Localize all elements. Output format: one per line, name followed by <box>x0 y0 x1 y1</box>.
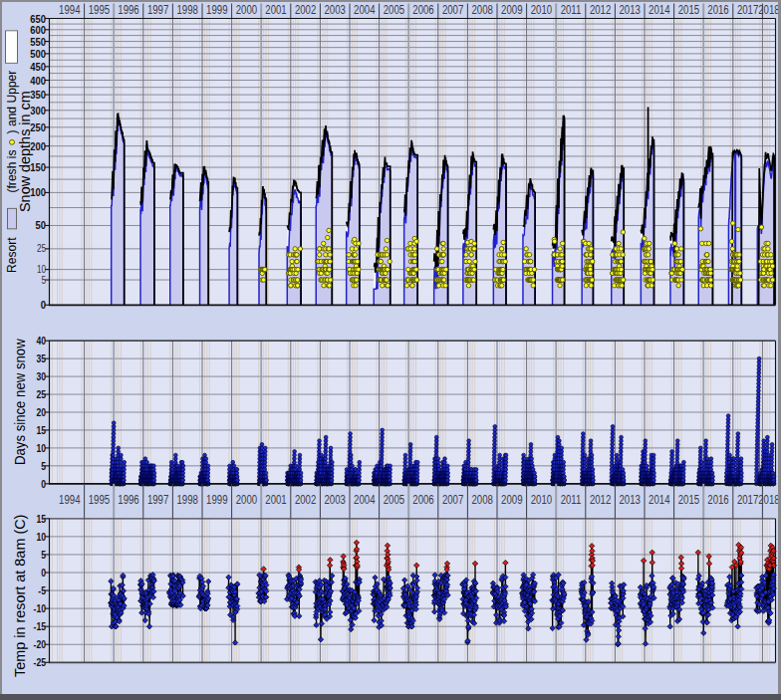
days-since-snow-tick-label: 20 <box>36 406 46 418</box>
year-label: 2017 <box>737 3 759 17</box>
window-frame-top <box>0 0 781 2</box>
days-since-snow-tick-label: 0 <box>41 478 46 490</box>
year-label: 2004 <box>354 493 376 507</box>
year-label: 1997 <box>147 3 169 17</box>
days-since-snow-tick-label: 40 <box>36 335 46 347</box>
snow-depth-tick-label: 500 <box>30 48 46 60</box>
year-axis-middle: 1994199519961997199819992000200120022003… <box>59 484 780 519</box>
year-label: 2008 <box>472 3 494 17</box>
year-label: 1995 <box>89 493 111 507</box>
year-label: 2002 <box>295 493 317 507</box>
days-since-snow-axis-title: Days since new snow <box>11 339 28 465</box>
year-label: 1994 <box>59 493 81 507</box>
snow-history-chart: 1994199519961997199819992000200120022003… <box>0 0 781 700</box>
year-label: 2006 <box>412 3 434 17</box>
days-since-snow-tick-label: 15 <box>36 424 46 436</box>
snow-depth-tick-label: 650 <box>30 13 46 25</box>
snow-depth-axis-title: Snow depths in cm <box>16 91 33 212</box>
year-label: 2010 <box>531 493 553 507</box>
panel-days-since-snow: 0510152025303540 <box>36 335 775 490</box>
snow-depth-tick-label: 400 <box>30 75 46 87</box>
temp-tick-label: 15 <box>36 513 46 525</box>
days-since-snow-tick-label: 5 <box>41 460 46 472</box>
year-label: 2013 <box>620 493 642 507</box>
year-label: 1996 <box>118 3 139 17</box>
upper-swatch-icon <box>5 30 18 63</box>
days-since-snow-tick-label: 10 <box>36 442 46 454</box>
temp-tick-label: -5 <box>38 584 46 596</box>
days-since-snow-tick-label: 30 <box>36 370 46 382</box>
year-label: 1998 <box>177 3 199 17</box>
year-label: 2004 <box>354 3 376 17</box>
snow-depth-tick-labels: 0510255010015020025030035040045050055060… <box>30 13 49 312</box>
year-label: 2018 <box>758 493 780 507</box>
temp-tick-label: -20 <box>34 638 47 650</box>
year-label: 2016 <box>707 3 729 17</box>
snow-depth-tick-label: 550 <box>30 36 46 48</box>
year-label: 2011 <box>561 3 582 17</box>
year-label: 2009 <box>501 493 523 507</box>
year-label: 2010 <box>531 3 553 17</box>
year-label: 2001 <box>265 3 287 17</box>
days-since-snow-tick-label: 25 <box>36 388 46 400</box>
year-label: 2017 <box>737 493 759 507</box>
temp-tick-label: -10 <box>34 602 47 614</box>
year-label: 2018 <box>758 3 780 17</box>
year-label: 2012 <box>590 493 612 507</box>
year-label: 2001 <box>265 493 287 507</box>
panel-temperature: 151050-5-10-15-20-25 <box>34 513 777 669</box>
temp-tick-label: -25 <box>34 656 47 668</box>
year-label: 2012 <box>590 3 612 17</box>
fresh-snow-dot-icon <box>9 139 15 145</box>
year-axis-header: 1994199519961997199819992000200120022003… <box>59 3 780 19</box>
window-frame-bottom <box>0 694 781 700</box>
year-label: 1994 <box>59 3 81 17</box>
year-label: 1999 <box>206 493 228 507</box>
year-label: 2005 <box>384 493 405 507</box>
year-label: 2015 <box>678 3 700 17</box>
snow-depth-tick-label: 600 <box>30 24 46 36</box>
year-label: 2002 <box>295 3 317 17</box>
days-since-snow-tick-labels: 0510152025303540 <box>36 335 49 490</box>
year-label: 2008 <box>472 493 494 507</box>
snow-depth-tick-label: 50 <box>36 219 47 231</box>
year-label: 2014 <box>649 493 670 507</box>
year-label: 1998 <box>177 493 199 507</box>
year-label: 2015 <box>678 493 700 507</box>
snow-depth-tick-label: 25 <box>37 243 46 254</box>
snow-depth-tick-label: 5 <box>41 275 46 286</box>
year-label: 2013 <box>620 3 642 17</box>
snow-depth-tick-label: 10 <box>37 264 46 275</box>
temp-tick-label: -15 <box>34 620 47 632</box>
year-label: 2007 <box>442 493 464 507</box>
snow-depth-tick-label: 450 <box>30 61 46 73</box>
year-label: 1999 <box>206 3 228 17</box>
year-label: 2007 <box>442 3 464 17</box>
year-label: 2000 <box>236 3 258 17</box>
year-label: 1995 <box>89 3 111 17</box>
window-frame-left <box>0 0 2 700</box>
year-label: 1997 <box>147 493 169 507</box>
year-label: 2011 <box>561 493 582 507</box>
temp-tick-label: 10 <box>36 531 46 543</box>
legend-resort-label: Resort <box>4 237 19 273</box>
year-label: 2016 <box>707 493 729 507</box>
year-label: 2000 <box>236 493 258 507</box>
year-label: 2003 <box>325 3 347 17</box>
year-label: 2014 <box>649 3 670 17</box>
temp-tick-label: 0 <box>41 567 46 579</box>
temp-axis-title: Temp in resort at 8am (C) <box>11 515 28 677</box>
days-since-snow-tick-label: 35 <box>36 352 46 364</box>
snow-depth-tick-label: 0 <box>41 299 46 311</box>
year-label: 2006 <box>412 493 434 507</box>
snow-history-window: 1994199519961997199819992000200120022003… <box>0 0 781 700</box>
panel-snow-depths: 0510255010015020025030035040045050055060… <box>30 13 775 312</box>
temp-tick-labels: 151050-5-10-15-20-25 <box>34 513 50 669</box>
year-label: 1996 <box>118 493 139 507</box>
year-label: 2009 <box>501 3 523 17</box>
temp-tick-label: 5 <box>41 549 46 561</box>
year-label: 2003 <box>325 493 347 507</box>
year-label: 2005 <box>384 3 405 17</box>
